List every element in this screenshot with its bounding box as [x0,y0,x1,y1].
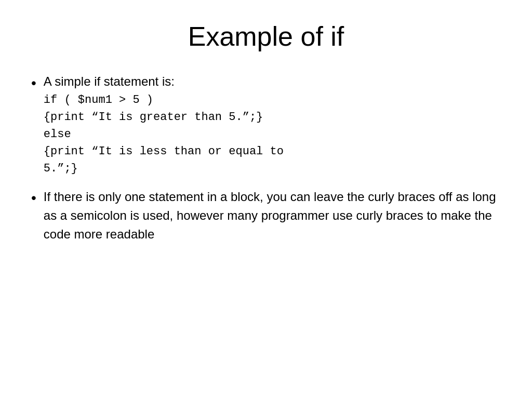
content-area: • A simple if statement is: if ( $num1 >… [31,73,501,244]
bullet-item-2: • If there is only one statement in a bl… [31,188,501,244]
bullet2-text: If there is only one statement in a bloc… [44,190,496,241]
bullet1-code: if ( $num1 > 5 ){print “It is greater th… [44,91,284,177]
bullet-dot-2: • [31,189,36,207]
bullet-content-1: A simple if statement is: if ( $num1 > 5… [44,73,284,177]
bullet-dot-1: • [31,74,36,92]
bullet-content-2: If there is only one statement in a bloc… [44,188,501,244]
bullet-item-1: • A simple if statement is: if ( $num1 >… [31,73,501,177]
page-title: Example of if [188,21,344,52]
bullet1-intro: A simple if statement is: [44,74,175,88]
